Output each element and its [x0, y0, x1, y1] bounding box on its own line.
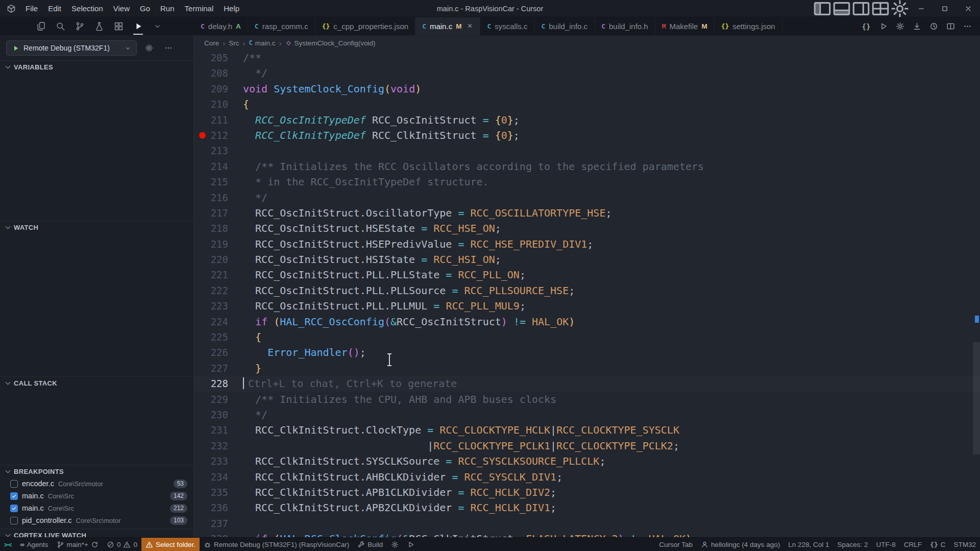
toggle-panel-icon[interactable] — [832, 0, 851, 17]
code-line-232[interactable]: 232 |RCC_CLOCKTYPE_PCLK1|RCC_CLOCKTYPE_P… — [194, 438, 980, 453]
breakpoint-checkbox[interactable] — [10, 492, 18, 500]
menu-go[interactable]: Go — [135, 2, 155, 15]
run-file-icon[interactable] — [875, 19, 891, 34]
breakpoint-icon[interactable] — [199, 132, 206, 139]
search-icon[interactable] — [52, 19, 69, 34]
tab-build_info.h[interactable]: Cbuild_info.h — [595, 17, 655, 35]
line-number[interactable]: 208 — [194, 65, 228, 81]
code-line-219[interactable]: 219 RCC_OscInitStruct.HSEPredivValue = R… — [194, 236, 980, 252]
menu-edit[interactable]: Edit — [43, 2, 66, 15]
line-number[interactable]: 236 — [194, 500, 228, 515]
status-debug-target[interactable]: Remote Debug (STM32F1) (RaspVisionCar) — [200, 538, 353, 551]
braces-format-icon[interactable]: {} — [859, 19, 874, 34]
line-number[interactable]: 227 — [194, 361, 228, 376]
code-line-234[interactable]: 234 RCC_ClkInitStruct.AHBCLKDivider = RC… — [194, 469, 980, 485]
code-line-238[interactable]: 238 if (HAL_RCC_ClockConfig(&RCC_ClkInit… — [194, 531, 980, 537]
toggle-sidebar-icon[interactable] — [813, 0, 832, 17]
code-line-237[interactable]: 237 — [194, 516, 980, 531]
code-line-231[interactable]: 231 RCC_ClkInitStruct.ClockType = RCC_CL… — [194, 422, 980, 438]
timeline-history-icon[interactable] — [926, 19, 941, 34]
status-problems[interactable]: 00 — [103, 538, 141, 551]
code-line-228[interactable]: 228Ctrl+L to chat, Ctrl+K to generate — [194, 376, 980, 391]
tab-build_info.c[interactable]: Cbuild_info.c — [534, 17, 595, 35]
line-number[interactable]: 220 — [194, 252, 228, 267]
line-number[interactable]: 216 — [194, 190, 228, 205]
more-actions-icon[interactable] — [960, 19, 975, 34]
line-number[interactable]: 215 — [194, 174, 228, 189]
line-number[interactable]: 223 — [194, 298, 228, 314]
line-number[interactable]: 218 — [194, 221, 228, 236]
status-task-gear[interactable] — [387, 538, 403, 551]
line-number[interactable]: 213 — [194, 143, 228, 158]
variables-header[interactable]: VARIABLES — [0, 61, 193, 73]
status-git-blame[interactable]: hellolingc (4 days ago) — [697, 538, 784, 551]
settings-gear-icon[interactable] — [890, 0, 910, 17]
status-build-task[interactable]: Build — [353, 538, 387, 551]
code-line-211[interactable]: 211 RCC_OscInitTypeDef RCC_OscInitStruct… — [194, 112, 980, 128]
close-window-button[interactable] — [957, 0, 980, 17]
maximize-button[interactable] — [933, 0, 957, 17]
status-stm32-select-folder[interactable]: Select folder. — [141, 538, 200, 551]
tab-syscalls.c[interactable]: Csyscalls.c — [480, 17, 534, 35]
explorer-icon[interactable] — [33, 19, 50, 34]
cortex-live-watch-header[interactable]: CORTEX LIVE WATCH — [0, 529, 193, 537]
code-line-221[interactable]: 221 RCC_OscInitStruct.PLL.PLLState = RCC… — [194, 267, 980, 282]
breakpoints-header[interactable]: BREAKPOINTS — [0, 465, 193, 477]
breakpoint-checkbox[interactable] — [10, 517, 18, 524]
breakpoint-row[interactable]: main.cCore\Src212 — [0, 502, 193, 514]
code-line-236[interactable]: 236 RCC_ClkInitStruct.APB2CLKDivider = R… — [194, 500, 980, 515]
code-line-214[interactable]: 214 /** Initializes the RCC Oscillators … — [194, 159, 980, 174]
debug-config-selector[interactable]: Remote Debug (STM32F1) — [6, 40, 137, 56]
menu-view[interactable]: View — [108, 2, 135, 15]
minimize-button[interactable] — [910, 0, 933, 17]
tab-main.c[interactable]: Cmain.cM — [415, 17, 480, 35]
line-number[interactable]: 209 — [194, 81, 228, 97]
code-line-216[interactable]: 216 */ — [194, 190, 980, 205]
debug-more-icon[interactable] — [161, 41, 176, 55]
breadcrumb-item[interactable]: Cmain.c — [249, 39, 276, 47]
tab-delay.h[interactable]: Cdelay.hA — [194, 17, 248, 35]
line-number[interactable]: 211 — [194, 112, 228, 128]
code-line-233[interactable]: 233 RCC_ClkInitStruct.SYSCLKSource = RCC… — [194, 453, 980, 469]
line-number[interactable]: 230 — [194, 407, 228, 422]
status-git-branch[interactable]: main*+ — [53, 538, 103, 551]
line-number[interactable]: 221 — [194, 267, 228, 282]
status-language-mode[interactable]: {}C — [926, 538, 949, 551]
gear-icon[interactable] — [892, 19, 908, 34]
testing-icon[interactable] — [91, 19, 108, 34]
status-indentation[interactable]: Spaces: 2 — [834, 538, 872, 551]
line-number[interactable]: 205 — [194, 50, 228, 65]
breakpoint-row[interactable]: encoder.cCore\Src\motor53 — [0, 477, 193, 490]
tab-rasp_comm.c[interactable]: Crasp_comm.c — [248, 17, 315, 35]
line-number[interactable]: 228 — [194, 376, 228, 391]
line-number[interactable]: 238 — [194, 531, 228, 537]
status-remote-window[interactable]: >< — [0, 538, 16, 551]
status-task-run[interactable] — [403, 538, 419, 551]
toggle-secondary-sidebar-icon[interactable] — [851, 0, 871, 17]
status-stm32-target[interactable]: STM32 — [949, 538, 980, 551]
line-number[interactable]: 232 — [194, 438, 228, 453]
source-control-icon[interactable] — [71, 19, 88, 34]
extensions-icon[interactable] — [110, 19, 127, 34]
line-number[interactable]: 237 — [194, 516, 228, 531]
start-debugging-icon[interactable] — [12, 44, 19, 52]
split-editor-icon[interactable] — [943, 19, 958, 34]
tab-settings.json[interactable]: {}settings.json — [715, 17, 782, 35]
line-number[interactable]: 214 — [194, 159, 228, 174]
breakpoint-checkbox[interactable] — [10, 505, 18, 512]
tab-Makefile[interactable]: MMakefileM — [655, 17, 715, 35]
line-number[interactable]: 226 — [194, 345, 228, 360]
status-cursor-agents[interactable]: ∞Agents — [16, 538, 53, 551]
line-number[interactable]: 217 — [194, 205, 228, 221]
status-cursor-position[interactable]: Ln 228, Col 1 — [784, 538, 833, 551]
status-eol[interactable]: CRLF — [900, 538, 926, 551]
code-line-213[interactable]: 213 — [194, 143, 980, 158]
code-line-230[interactable]: 230 */ — [194, 407, 980, 422]
menu-help[interactable]: Help — [218, 2, 244, 15]
status-encoding[interactable]: UTF-8 — [872, 538, 900, 551]
breadcrumb-item[interactable]: Src — [229, 39, 239, 47]
code-line-217[interactable]: 217 RCC_OscInitStruct.OscillatorType = R… — [194, 205, 980, 221]
line-number[interactable]: 234 — [194, 469, 228, 485]
code-line-209[interactable]: 209void SystemClock_Config(void) — [194, 81, 980, 97]
code-line-226[interactable]: 226 Error_Handler(); — [194, 345, 980, 360]
